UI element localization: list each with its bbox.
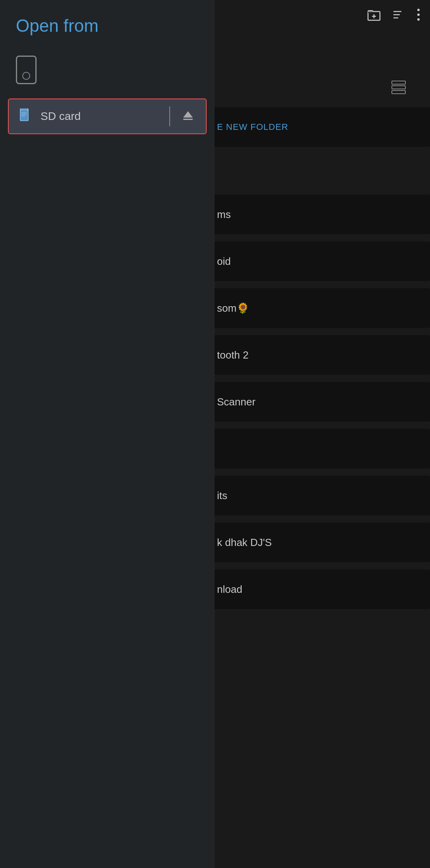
folder-item-1-text: ms <box>217 208 231 221</box>
svg-rect-19 <box>21 114 27 115</box>
sd-card-row[interactable]: SD card <box>8 98 207 134</box>
folder-item-5[interactable]: Scanner <box>207 382 430 422</box>
svg-rect-18 <box>21 112 27 113</box>
list-view-icon[interactable] <box>391 79 406 98</box>
folder-item-8[interactable]: k dhak DJ'S <box>207 523 430 562</box>
svg-rect-22 <box>183 119 193 120</box>
toolbar <box>207 0 430 32</box>
folder-item-7[interactable]: its <box>207 476 430 515</box>
svg-rect-1 <box>368 12 373 13</box>
new-folder-icon[interactable] <box>367 8 381 24</box>
sd-card-label: SD card <box>41 110 81 123</box>
svg-point-8 <box>417 14 420 16</box>
folder-item-3-text: som🌻 <box>217 302 249 314</box>
folder-item-7-text: its <box>217 490 227 502</box>
folder-item-2-text: oid <box>217 255 231 268</box>
folder-item-4[interactable]: tooth 2 <box>207 335 430 375</box>
svg-rect-15 <box>21 108 23 112</box>
folder-item-5-text: Scanner <box>217 396 256 408</box>
folder-item-9[interactable]: nload <box>207 569 430 609</box>
svg-point-7 <box>417 9 420 11</box>
folder-item-2[interactable]: oid <box>207 241 430 281</box>
new-folder-item[interactable]: E NEW FOLDER <box>207 107 430 147</box>
svg-point-9 <box>417 18 420 21</box>
svg-rect-10 <box>392 81 405 84</box>
svg-rect-11 <box>392 86 405 89</box>
phone-icon-container[interactable] <box>0 48 215 92</box>
folder-item-6[interactable] <box>207 429 430 469</box>
phone-icon <box>16 56 37 84</box>
sd-card-icon <box>18 108 33 125</box>
svg-rect-16 <box>23 108 25 112</box>
sort-icon[interactable] <box>392 8 405 24</box>
sd-card-eject-button[interactable] <box>170 109 206 124</box>
eject-icon <box>182 109 194 124</box>
svg-marker-21 <box>183 111 193 118</box>
svg-rect-17 <box>25 108 27 112</box>
new-folder-text: E NEW FOLDER <box>217 122 288 132</box>
sd-card-left: SD card <box>9 108 169 125</box>
folder-item-3[interactable]: som🌻 <box>207 288 430 328</box>
folder-item-9-text: nload <box>217 583 242 596</box>
folder-item-1[interactable]: ms <box>207 195 430 234</box>
drawer-overlay: Open from SD card <box>0 0 215 868</box>
folder-item-4-text: tooth 2 <box>217 349 249 361</box>
svg-rect-20 <box>21 116 25 116</box>
more-options-icon[interactable] <box>416 8 420 24</box>
drawer-title: Open from <box>0 0 215 48</box>
svg-rect-12 <box>392 91 405 94</box>
folder-item-8-text: k dhak DJ'S <box>217 536 272 549</box>
